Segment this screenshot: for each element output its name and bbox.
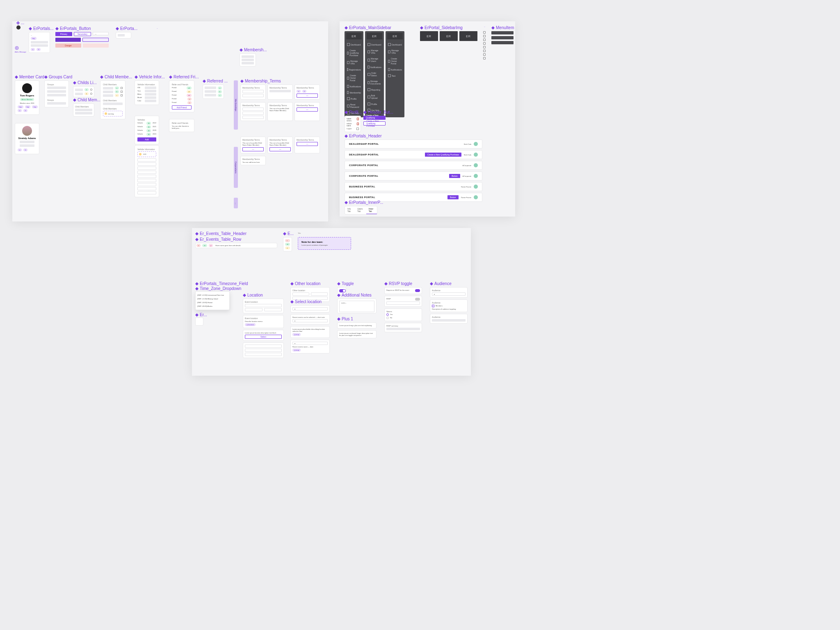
groups-card: Groups Groups xyxy=(44,80,69,107)
action-button[interactable]: — xyxy=(242,147,264,151)
component-preview xyxy=(116,32,131,39)
edit-icon[interactable] xyxy=(90,93,92,95)
frame-label: Location xyxy=(247,293,263,297)
avatar[interactable] xyxy=(474,153,478,157)
sidebar-item[interactable]: Notifications xyxy=(346,84,362,89)
sidebar-item[interactable]: Manage VINs xyxy=(346,59,362,66)
action-button[interactable]: — xyxy=(269,147,291,151)
frame-label: Referred Fri... xyxy=(173,75,199,79)
timezone-option[interactable]: (GMT -11:00) Midway Island xyxy=(197,297,228,301)
add-vehicle-button[interactable]: Add xyxy=(137,137,156,142)
header-variants: DEALERSHIP PORTALSinéi ColoDEALERSHIP PO… xyxy=(345,139,482,202)
avatar[interactable] xyxy=(474,195,478,199)
edit-icon[interactable] xyxy=(121,87,123,89)
action-button[interactable]: — xyxy=(297,142,318,146)
sidebar-item[interactable]: Create Qualifying Purchase xyxy=(346,48,362,58)
header-action-button[interactable]: Button xyxy=(449,174,460,178)
inner-tab[interactable]: Users Tab xyxy=(355,206,366,214)
header-button[interactable]: Create a New Qualifying Purchase xyxy=(363,116,386,120)
primary-hover-button[interactable] xyxy=(55,38,81,42)
sidebar-item[interactable]: Test xyxy=(387,73,403,78)
menu-item-row[interactable] xyxy=(491,36,514,39)
sidebar-item[interactable]: Profile xyxy=(346,96,362,101)
additional-notes[interactable]: notes... xyxy=(337,299,377,313)
radio[interactable] xyxy=(386,317,389,319)
primary-button[interactable]: Primary xyxy=(55,32,72,36)
add-friend-button[interactable]: Add Friend xyxy=(172,105,192,110)
close-icon[interactable] xyxy=(357,118,359,120)
secondary-hover-button[interactable] xyxy=(82,38,109,42)
menu-icon xyxy=(483,31,486,34)
header-action-button[interactable]: Button xyxy=(447,195,458,199)
sidebar-item[interactable]: Dashboard xyxy=(387,42,403,47)
timezone-option[interactable]: (GMT -10:00) Hawaii xyxy=(197,301,228,304)
avatar[interactable] xyxy=(474,163,478,167)
portal-header: DEALERSHIP PORTALCreate a New Qualifying… xyxy=(345,150,482,159)
danger-button[interactable]: Danger xyxy=(55,43,81,48)
sidebar-item[interactable]: Create Owner Portal xyxy=(346,73,362,83)
referred-friends-alt: Refer and Friends You can refer friends … xyxy=(169,119,194,132)
edit-icon[interactable] xyxy=(121,91,123,93)
action-button[interactable]: — xyxy=(297,94,318,98)
menu-icon xyxy=(483,53,486,56)
header-action-button[interactable]: Create a New Qualifying Purchase xyxy=(425,153,461,157)
sidebar-item[interactable]: Profile xyxy=(367,101,382,107)
timezone-option[interactable]: (GMT -12:00) International Date Line xyxy=(197,293,228,297)
avatar[interactable] xyxy=(474,185,478,189)
sidebar-item[interactable]: Notifications xyxy=(387,67,403,72)
timezone-dropdown[interactable]: (GMT -12:00) International Date Line(GMT… xyxy=(195,291,230,310)
menu-items xyxy=(491,31,514,44)
timezone-option[interactable]: (GMT -09:00) Alaska xyxy=(197,304,228,308)
frame-label: Other location xyxy=(295,281,320,286)
select-button[interactable]: Select xyxy=(245,335,282,339)
frame-label: ErPortals_MainSidebar xyxy=(349,25,391,30)
logout-icon[interactable] xyxy=(356,128,359,130)
toggle-off[interactable] xyxy=(415,298,420,301)
sidebar-item[interactable]: Dashboard xyxy=(367,42,382,47)
menu-item-row[interactable] xyxy=(491,31,514,34)
sidebar-item[interactable]: Notifications xyxy=(367,64,382,70)
sidebar-item[interactable]: Manage VINs xyxy=(367,48,382,55)
action-button[interactable]: — xyxy=(297,107,318,112)
avatar[interactable] xyxy=(474,142,478,146)
edit-icon[interactable] xyxy=(90,89,92,91)
referred-mini: a b c xyxy=(203,84,224,99)
sidebar-item[interactable]: Dashboard xyxy=(346,42,362,47)
danger-hover-button[interactable] xyxy=(83,43,109,48)
select-location-variants: ▾ Recent events can be selected — short … xyxy=(290,305,330,354)
toggle-on[interactable] xyxy=(415,289,420,292)
vehicle-form: Vehicle Information note xyxy=(135,145,159,197)
frame-label: Additional Notes xyxy=(342,293,372,297)
checkbox[interactable] xyxy=(432,305,434,307)
sidebar-item[interactable]: Manage VINs xyxy=(387,48,403,55)
inner-tab[interactable]: Info Tab xyxy=(345,206,355,214)
radio[interactable] xyxy=(386,313,389,316)
plus1-variants: Lorem ipsum bring a plus one text explai… xyxy=(337,322,377,338)
membership-terms-grid: Membership Terms Membership Terms Member… xyxy=(240,84,325,165)
sidebar-item[interactable]: Manage Users xyxy=(367,56,382,64)
menu-icon xyxy=(483,42,486,45)
sidebar-item[interactable]: Membership xyxy=(346,90,362,95)
avatar[interactable] xyxy=(474,174,478,178)
sidebar-item[interactable]: Bulk Upload xyxy=(367,93,382,100)
header-button-outline[interactable]: Create a New Qualifying Purchase xyxy=(363,121,386,126)
frame-label: ErPortals_Timezone_Field xyxy=(200,281,248,286)
sidebar-item[interactable]: Order Status xyxy=(367,71,382,78)
sidebar-item[interactable]: Create Owner Portal xyxy=(387,56,403,66)
close-icon[interactable] xyxy=(357,123,359,125)
menu-item-row[interactable] xyxy=(491,41,514,44)
inner-tab-active[interactable]: Inner Tab xyxy=(366,206,377,214)
tiny-components xyxy=(16,25,21,30)
secondary-button[interactable]: Secondary xyxy=(74,32,91,36)
frame-label: ErPortals_InnerP... xyxy=(349,200,383,205)
portal-header: BUSINESS PORTALOwner Fname xyxy=(345,182,482,191)
sidebar-item[interactable]: Registrations xyxy=(346,67,362,72)
frame-label: Er_Events_Table_Header xyxy=(200,231,247,236)
button-variants: Primary Secondary — Danger xyxy=(55,32,109,48)
sidebar-item[interactable]: Reset Password xyxy=(346,102,362,110)
frame-label: Vehicle Infor... xyxy=(139,75,165,79)
misc-bar: ... xyxy=(234,198,238,208)
sidebar-item[interactable]: Reporting xyxy=(367,87,382,92)
edit-icon[interactable] xyxy=(121,94,123,96)
sidebar-item[interactable]: Manage Documents xyxy=(367,79,382,86)
